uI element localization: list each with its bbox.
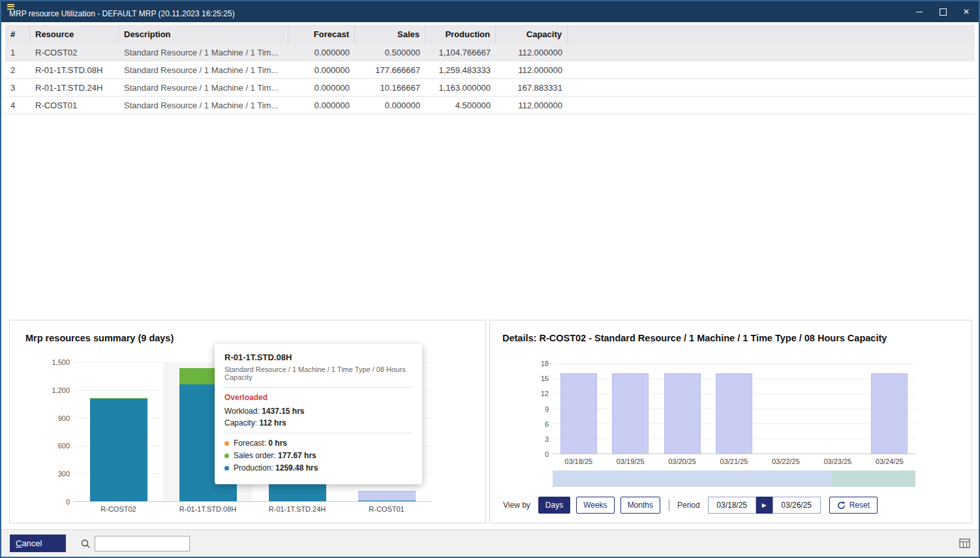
x-axis-label: 03/22/25 xyxy=(760,457,812,465)
summary-panel: Mrp resources summary (9 days) 1,5001,20… xyxy=(9,320,486,523)
view-days-button[interactable]: Days xyxy=(538,497,570,514)
y-tick-label: 300 xyxy=(58,470,70,478)
column-chooser-icon[interactable] xyxy=(959,538,970,548)
period-start-input[interactable]: 03/18/25 xyxy=(708,497,756,514)
navigator-selected-range[interactable] xyxy=(553,471,832,487)
table-row[interactable]: 2R-01-1T.STD.08HStandard Resource / 1 Ma… xyxy=(5,61,975,79)
table-cell: 4 xyxy=(5,97,30,114)
resource-table: #ResourceDescriptionForecastSalesProduct… xyxy=(5,25,975,114)
bar-group[interactable] xyxy=(604,364,656,454)
table-cell: Standard Resource / 1 Machine / 1 Tim... xyxy=(119,44,288,61)
table-cell-filler xyxy=(568,44,975,61)
bar-group[interactable] xyxy=(553,364,604,454)
details-x-labels: 03/18/2503/19/2503/20/2503/21/2503/22/25… xyxy=(553,457,915,465)
details-controls: View by Days Weeks Months Period 03/18/2… xyxy=(503,497,961,514)
close-icon[interactable] xyxy=(962,7,971,16)
column-header-filler xyxy=(568,25,975,44)
y-tick-label: 3 xyxy=(545,435,549,443)
table-cell: 0.000000 xyxy=(288,61,355,78)
capacity-bar xyxy=(664,373,701,454)
bar-group[interactable] xyxy=(864,364,915,454)
bar-group[interactable] xyxy=(74,362,163,501)
x-axis-label: R-01-1T.STD.24H xyxy=(253,505,342,513)
reset-button[interactable]: Reset xyxy=(829,497,878,514)
workload-value: 1437.15 hrs xyxy=(262,407,304,416)
table-cell: 2 xyxy=(5,61,30,78)
capacity-bar xyxy=(871,373,908,454)
advance-period-icon[interactable] xyxy=(756,497,773,514)
y-tick-label: 1,200 xyxy=(52,386,70,394)
table-cell-filler xyxy=(568,97,975,114)
workload-stack xyxy=(90,398,147,501)
table-cell: Standard Resource / 1 Machine / 1 Tim... xyxy=(119,97,288,114)
capacity-bar xyxy=(612,373,649,454)
legend-label: Production: xyxy=(234,463,275,473)
table-cell: 1 xyxy=(5,44,30,61)
legend-value: 177.67 hrs xyxy=(278,451,316,460)
navigator-remaining-range[interactable] xyxy=(832,471,915,487)
x-axis-label: 03/24/25 xyxy=(864,457,915,465)
table-cell-filler xyxy=(568,61,975,78)
maximize-icon[interactable] xyxy=(938,7,947,16)
table-cell: 112.000000 xyxy=(496,44,568,61)
y-tick-label: 15 xyxy=(541,375,549,382)
table-cell: 0.000000 xyxy=(355,97,425,114)
details-y-axis: 1815129630 xyxy=(527,364,549,454)
tooltip-title: R-01-1T.STD.08H xyxy=(224,352,412,362)
table-cell: Standard Resource / 1 Machine / 1 Tim... xyxy=(119,79,288,96)
summary-x-labels: R-COST02R-01-1T.STD.08HR-01-1T.STD.24HR-… xyxy=(74,505,431,513)
table-row[interactable]: 1R-COST02Standard Resource / 1 Machine /… xyxy=(5,44,975,61)
app-menu-icon[interactable] xyxy=(7,3,14,10)
view-weeks-button[interactable]: Weeks xyxy=(576,497,614,514)
table-cell: 4.500000 xyxy=(425,97,496,114)
x-axis-label: 03/20/25 xyxy=(656,457,708,465)
tooltip-capacity: Capacity: 112 hrs xyxy=(224,418,412,427)
y-tick-label: 900 xyxy=(58,414,70,422)
table-row[interactable]: 3R-01-1T.STD.24HStandard Resource / 1 Ma… xyxy=(5,79,975,97)
reset-label: Reset xyxy=(850,501,870,510)
charts-section: Mrp resources summary (9 days) 1,5001,20… xyxy=(9,320,972,523)
table-cell: 0.000000 xyxy=(288,97,355,114)
bar-group[interactable] xyxy=(812,364,863,454)
tooltip-status-badge: Overloaded xyxy=(224,393,412,402)
minimize-icon[interactable] xyxy=(915,7,924,16)
search-area xyxy=(80,536,190,551)
table-cell: 167.883331 xyxy=(496,79,568,96)
y-tick-label: 6 xyxy=(545,420,549,428)
summary-y-axis: 1,5001,2009006003000 xyxy=(36,362,70,502)
x-axis-label: R-COST02 xyxy=(74,505,163,513)
column-header[interactable]: Resource xyxy=(30,25,119,44)
capacity-value: 112 hrs xyxy=(259,418,286,427)
y-tick-label: 18 xyxy=(541,360,549,367)
search-input[interactable] xyxy=(95,536,190,551)
column-header[interactable]: Capacity xyxy=(496,25,568,44)
period-end-input[interactable]: 03/26/25 xyxy=(773,497,821,514)
column-header[interactable]: Description xyxy=(119,25,288,44)
tooltip-workload: Workload: 1437.15 hrs xyxy=(224,407,412,416)
x-axis-label: 03/18/25 xyxy=(553,457,604,465)
details-chart[interactable] xyxy=(553,364,915,454)
chart-range-navigator[interactable] xyxy=(553,471,915,487)
tooltip-subtitle: Standard Resource / 1 Machine / 1 Time T… xyxy=(224,365,412,381)
column-header[interactable]: # xyxy=(5,25,30,44)
bar-group[interactable] xyxy=(760,364,812,454)
y-tick-label: 0 xyxy=(66,498,70,506)
y-tick-label: 1,500 xyxy=(52,358,70,366)
column-header[interactable]: Production xyxy=(425,25,496,44)
workload-label: Workload: xyxy=(224,407,260,416)
legend-dot xyxy=(224,466,229,471)
legend-dot xyxy=(224,441,229,446)
details-panel: Details: R-COST02 - Standard Resource / … xyxy=(489,320,972,523)
view-months-button[interactable]: Months xyxy=(620,497,660,514)
refresh-icon xyxy=(837,501,846,510)
capacity-label: Capacity: xyxy=(224,418,257,427)
table-row[interactable]: 4R-COST01Standard Resource / 1 Machine /… xyxy=(5,97,975,114)
table-cell-filler xyxy=(568,79,975,96)
bar-group[interactable] xyxy=(708,364,759,454)
column-header[interactable]: Forecast xyxy=(288,25,355,44)
cancel-button[interactable]: Cancel xyxy=(10,535,66,552)
table-cell: 1,163.000000 xyxy=(425,79,496,96)
bar-group[interactable] xyxy=(656,364,708,454)
period-label: Period xyxy=(677,501,700,510)
column-header[interactable]: Sales xyxy=(355,25,425,44)
